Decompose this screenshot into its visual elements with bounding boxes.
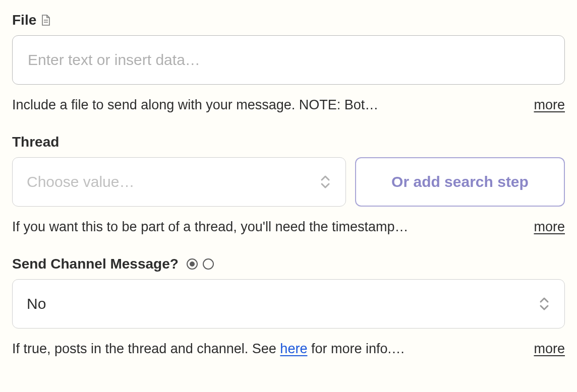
thread-select[interactable]: Choose value… bbox=[12, 157, 346, 207]
file-label-row: File bbox=[12, 12, 565, 28]
thread-label-row: Thread bbox=[12, 134, 565, 150]
radio-group bbox=[187, 258, 214, 270]
thread-select-placeholder: Choose value… bbox=[27, 173, 134, 190]
send-channel-helper-before: If true, posts in the thread and channel… bbox=[12, 341, 280, 356]
send-channel-label: Send Channel Message? bbox=[12, 256, 179, 272]
file-helper-row: Include a file to send along with your m… bbox=[12, 96, 565, 115]
send-channel-more-link[interactable]: more bbox=[534, 341, 565, 357]
file-field-group: File Enter text or insert data… Include … bbox=[12, 12, 565, 115]
radio-option-unselected[interactable] bbox=[203, 258, 214, 270]
document-icon bbox=[41, 15, 50, 26]
thread-helper-text: If you want this to be part of a thread,… bbox=[12, 218, 518, 237]
chevron-updown-icon bbox=[538, 296, 550, 312]
send-channel-label-row: Send Channel Message? bbox=[12, 256, 565, 272]
thread-helper-row: If you want this to be part of a thread,… bbox=[12, 218, 565, 237]
send-channel-helper-row: If true, posts in the thread and channel… bbox=[12, 340, 565, 359]
send-channel-here-link[interactable]: here bbox=[280, 341, 307, 356]
add-search-step-button[interactable]: Or add search step bbox=[355, 157, 565, 207]
send-channel-value: No bbox=[27, 295, 46, 312]
thread-input-row: Choose value… Or add search step bbox=[12, 157, 565, 207]
file-label: File bbox=[12, 12, 36, 28]
file-input[interactable]: Enter text or insert data… bbox=[12, 35, 565, 85]
send-channel-field-group: Send Channel Message? No If true, posts … bbox=[12, 256, 565, 359]
send-channel-select[interactable]: No bbox=[12, 279, 565, 329]
add-search-step-label: Or add search step bbox=[391, 173, 529, 190]
send-channel-helper-text: If true, posts in the thread and channel… bbox=[12, 340, 518, 359]
radio-option-selected[interactable] bbox=[187, 258, 198, 270]
thread-field-group: Thread Choose value… Or add search step … bbox=[12, 134, 565, 237]
send-channel-helper-after: for more info.… bbox=[307, 341, 405, 356]
thread-more-link[interactable]: more bbox=[534, 219, 565, 235]
file-helper-text: Include a file to send along with your m… bbox=[12, 96, 518, 115]
file-more-link[interactable]: more bbox=[534, 97, 565, 113]
chevron-updown-icon bbox=[319, 174, 331, 190]
file-input-placeholder: Enter text or insert data… bbox=[28, 51, 200, 69]
radio-dot-icon bbox=[190, 262, 195, 267]
thread-label: Thread bbox=[12, 134, 59, 150]
